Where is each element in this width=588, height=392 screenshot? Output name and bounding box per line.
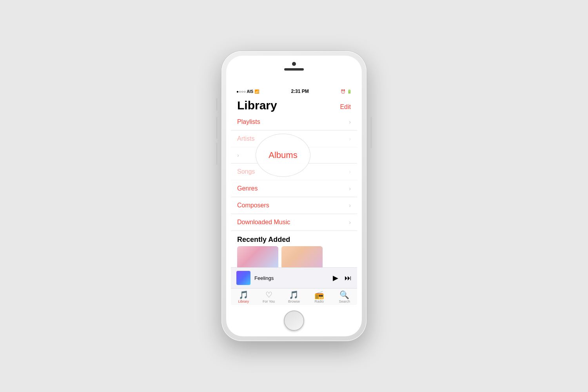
playlists-label: Playlists <box>237 118 260 125</box>
recently-added-grid <box>231 246 357 267</box>
now-playing-title: Feelings <box>254 275 329 281</box>
genres-label: Genres <box>237 185 258 192</box>
browse-tab-label: Browse <box>288 299 300 303</box>
screen-content: ●○○○ AIS 📶 2:31 PM ⏰ 🔋 Library Edit <box>231 87 357 305</box>
list-item-composers[interactable]: Composers › <box>231 197 357 214</box>
list-item-genres[interactable]: Genres › <box>231 180 357 197</box>
carrier-label: ●○○○ AIS <box>236 89 253 94</box>
play-button[interactable]: ▶ <box>333 274 338 282</box>
library-header: Library Edit <box>231 96 357 114</box>
chevron-icon: › <box>237 152 239 158</box>
speaker <box>284 68 304 71</box>
albums-label-highlighted: Albums <box>269 150 297 160</box>
chevron-icon: › <box>349 219 351 225</box>
list-wrapper: Playlists › Artists › Albums <box>231 114 357 231</box>
list-item-songs[interactable]: Songs › <box>231 163 357 180</box>
tab-browse[interactable]: 🎵 Browse <box>284 291 304 303</box>
status-right: ⏰ 🔋 <box>341 89 352 94</box>
mute-button[interactable] <box>216 98 218 111</box>
tab-for-you[interactable]: ♡ For You <box>259 291 279 303</box>
power-button[interactable] <box>370 117 372 148</box>
artwork-gradient <box>236 271 250 285</box>
composers-label: Composers <box>237 202 269 209</box>
chevron-icon: › <box>349 169 351 175</box>
recently-added-header: Recently Added <box>231 231 357 246</box>
tab-search[interactable]: 🔍 Search <box>335 291 354 303</box>
search-tab-label: Search <box>339 299 350 303</box>
songs-label: Songs <box>237 168 255 175</box>
playback-controls: ▶ ⏭ <box>333 274 352 282</box>
search-tab-icon: 🔍 <box>339 291 349 299</box>
battery-icon: 🔋 <box>347 89 352 94</box>
chevron-icon: › <box>349 185 351 192</box>
for-you-tab-icon: ♡ <box>265 291 272 299</box>
tab-bar: 🎵 Library ♡ For You 🎵 Browse 📻 Radio <box>231 288 357 305</box>
camera <box>292 62 296 66</box>
list-item-downloaded[interactable]: Downloaded Music › <box>231 214 357 231</box>
list-item-albums[interactable]: Albums › <box>231 147 357 163</box>
tab-library[interactable]: 🎵 Library <box>234 291 253 303</box>
library-tab-icon: 🎵 <box>239 291 249 299</box>
phone-frame: ●○○○ AIS 📶 2:31 PM ⏰ 🔋 Library Edit <box>221 51 367 341</box>
now-playing-bar[interactable]: Feelings ▶ ⏭ <box>231 267 357 288</box>
for-you-tab-label: For You <box>263 299 275 303</box>
library-list: Playlists › Artists › Albums <box>231 114 357 267</box>
list-item-playlists[interactable]: Playlists › <box>231 114 357 131</box>
status-bar: ●○○○ AIS 📶 2:31 PM ⏰ 🔋 <box>231 87 357 96</box>
chevron-icon: › <box>349 136 351 142</box>
volume-down-button[interactable] <box>216 143 218 165</box>
album-thumb-1[interactable] <box>237 246 278 267</box>
alarm-icon: ⏰ <box>341 89 345 94</box>
album-thumb-2[interactable] <box>281 246 323 267</box>
volume-up-button[interactable] <box>216 117 218 139</box>
wifi-icon: 📶 <box>254 89 259 94</box>
library-tab-label: Library <box>238 299 249 303</box>
browse-tab-icon: 🎵 <box>289 291 299 299</box>
status-time: 2:31 PM <box>291 89 309 94</box>
tab-radio[interactable]: 📻 Radio <box>309 291 329 303</box>
downloaded-label: Downloaded Music <box>237 219 290 226</box>
home-button[interactable] <box>284 310 304 331</box>
status-left: ●○○○ AIS 📶 <box>236 89 259 94</box>
skip-button[interactable]: ⏭ <box>345 274 352 282</box>
phone-screen: ●○○○ AIS 📶 2:31 PM ⏰ 🔋 Library Edit <box>226 56 362 336</box>
main-content: Library Edit Playlists › Artists <box>231 96 357 305</box>
page-title: Library <box>237 99 277 112</box>
edit-button[interactable]: Edit <box>340 103 351 112</box>
radio-tab-icon: 📻 <box>314 291 324 299</box>
artists-label: Artists <box>237 135 254 142</box>
chevron-icon: › <box>349 119 351 125</box>
top-hardware <box>284 62 304 71</box>
radio-tab-label: Radio <box>315 299 324 303</box>
list-item-artists[interactable]: Artists › <box>231 131 357 147</box>
now-playing-artwork <box>236 271 250 285</box>
chevron-icon: › <box>349 202 351 209</box>
